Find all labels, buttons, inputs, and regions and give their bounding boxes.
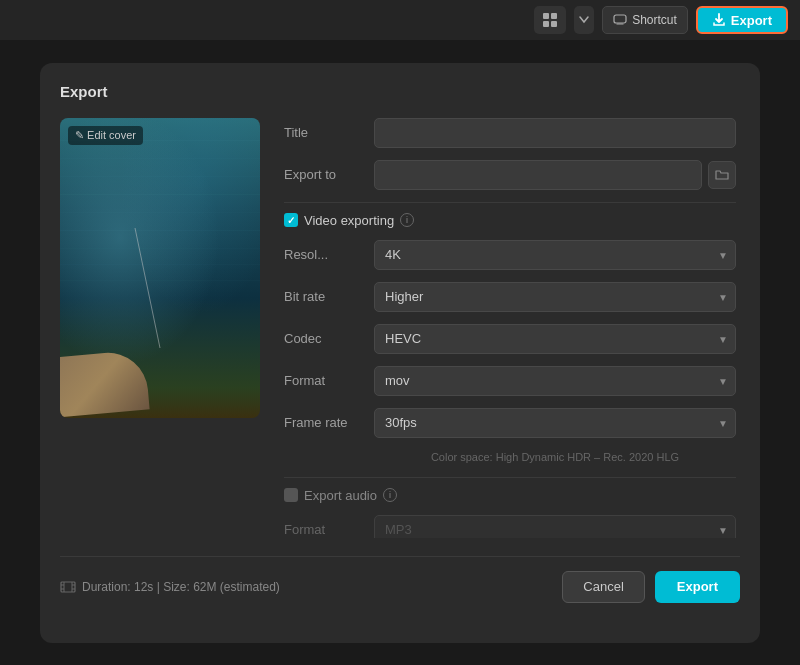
duration-info: Duration: 12s | Size: 62M (estimated) (60, 580, 280, 594)
dialog-body: ✎ Edit cover Title Export to (60, 118, 740, 538)
chevron-down-icon[interactable] (574, 6, 594, 34)
video-section-info-icon[interactable]: i (400, 213, 414, 227)
framerate-row: Frame rate 30fps 24fps 60fps ▼ (284, 408, 736, 438)
export-to-field-wrapper (374, 160, 736, 190)
section-divider-2 (284, 477, 736, 478)
bitrate-select[interactable]: Higher High Medium Low (374, 282, 736, 312)
video-section-label: Video exporting (304, 213, 394, 228)
edit-cover-label: ✎ Edit cover (75, 129, 136, 142)
resolution-row: Resol... 4K 1080p 720p ▼ (284, 240, 736, 270)
title-row: Title (284, 118, 736, 148)
bottom-buttons: Cancel Export (562, 571, 740, 603)
right-panel-scroll[interactable]: Title Export to (284, 118, 740, 538)
title-input[interactable] (374, 118, 736, 148)
export-top-button[interactable]: Export (696, 6, 788, 34)
framerate-label: Frame rate (284, 415, 374, 430)
audio-format-row: Format MP3 AAC WAV ▼ (284, 515, 736, 538)
edit-cover-button[interactable]: ✎ Edit cover (68, 126, 143, 145)
svg-rect-6 (61, 582, 75, 592)
export-top-label: Export (731, 13, 772, 28)
dialog-title: Export (60, 83, 740, 100)
duration-text: Duration: 12s | Size: 62M (estimated) (82, 580, 280, 594)
bitrate-row: Bit rate Higher High Medium Low ▼ (284, 282, 736, 312)
export-to-input[interactable] (374, 160, 702, 190)
shortcut-button[interactable]: Shortcut (602, 6, 688, 34)
cancel-button[interactable]: Cancel (562, 571, 644, 603)
left-panel: ✎ Edit cover (60, 118, 260, 538)
audio-format-label: Format (284, 522, 374, 537)
section-divider-1 (284, 202, 736, 203)
audio-export-checkbox[interactable] (284, 488, 298, 502)
resolution-select-wrapper: 4K 1080p 720p ▼ (374, 240, 736, 270)
framerate-select[interactable]: 30fps 24fps 60fps (374, 408, 736, 438)
export-dialog: Export (40, 63, 760, 643)
codec-select[interactable]: HEVC H.264 ProRes (374, 324, 736, 354)
video-export-checkbox[interactable] (284, 213, 298, 227)
audio-format-select[interactable]: MP3 AAC WAV (374, 515, 736, 538)
format-row: Format mov mp4 avi ▼ (284, 366, 736, 396)
codec-row: Codec HEVC H.264 ProRes ▼ (284, 324, 736, 354)
video-thumbnail: ✎ Edit cover (60, 118, 260, 418)
bitrate-select-wrapper: Higher High Medium Low ▼ (374, 282, 736, 312)
color-space-note: Color space: High Dynamic HDR – Rec. 202… (374, 450, 736, 465)
format-select-wrapper: mov mp4 avi ▼ (374, 366, 736, 396)
shortcut-label: Shortcut (632, 13, 677, 27)
folder-icon-button[interactable] (708, 161, 736, 189)
grid-icon-button[interactable] (534, 6, 566, 34)
resolution-label: Resol... (284, 247, 374, 262)
svg-rect-1 (551, 13, 557, 19)
bottom-bar: Duration: 12s | Size: 62M (estimated) Ca… (60, 556, 740, 603)
audio-format-select-wrapper: MP3 AAC WAV ▼ (374, 515, 736, 538)
svg-rect-0 (543, 13, 549, 19)
top-bar: Shortcut Export (0, 0, 800, 40)
svg-line-5 (135, 228, 160, 348)
export-to-label: Export to (284, 167, 374, 182)
format-label: Format (284, 373, 374, 388)
right-panel: Title Export to (284, 118, 740, 538)
codec-select-wrapper: HEVC H.264 ProRes ▼ (374, 324, 736, 354)
main-content: Export (0, 40, 800, 665)
audio-section: Export audio i Format MP3 AAC WAV (284, 488, 736, 538)
export-button[interactable]: Export (655, 571, 740, 603)
svg-rect-4 (614, 15, 626, 23)
svg-rect-2 (543, 21, 549, 27)
video-section-header: Video exporting i (284, 213, 736, 228)
svg-rect-3 (551, 21, 557, 27)
codec-label: Codec (284, 331, 374, 346)
title-label: Title (284, 125, 374, 140)
export-to-row: Export to (284, 160, 736, 190)
audio-section-header: Export audio i (284, 488, 736, 503)
resolution-select[interactable]: 4K 1080p 720p (374, 240, 736, 270)
bitrate-label: Bit rate (284, 289, 374, 304)
film-icon (60, 581, 76, 593)
audio-section-info-icon[interactable]: i (383, 488, 397, 502)
framerate-select-wrapper: 30fps 24fps 60fps ▼ (374, 408, 736, 438)
audio-section-label: Export audio (304, 488, 377, 503)
format-select[interactable]: mov mp4 avi (374, 366, 736, 396)
